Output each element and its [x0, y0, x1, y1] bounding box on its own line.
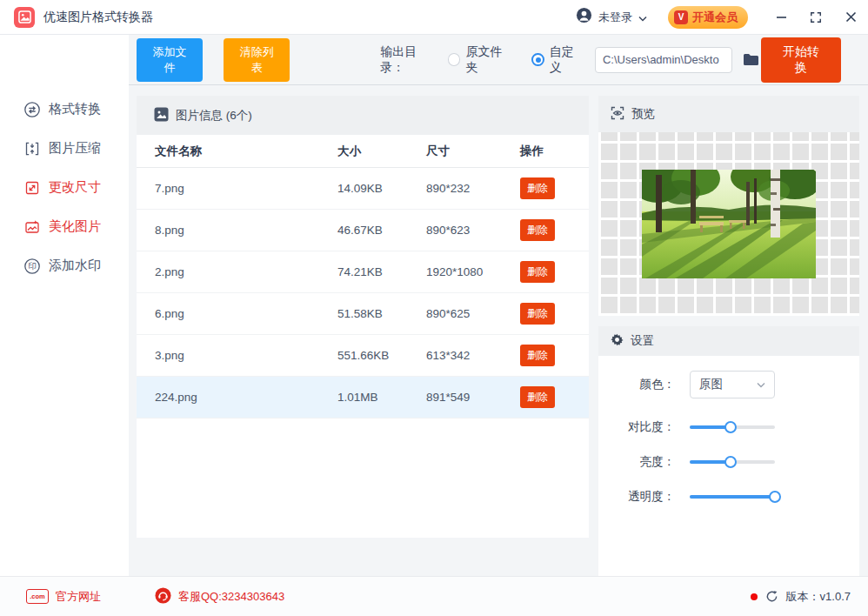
add-files-button[interactable]: 添加文件: [137, 38, 203, 82]
delete-button[interactable]: 删除: [520, 261, 555, 283]
slider-row-2: 亮度：: [598, 456, 859, 468]
preview-image: [642, 170, 816, 278]
vip-label: 开通会员: [692, 10, 738, 25]
file-size: 51.58KB: [337, 307, 426, 320]
slider-label: 对比度：: [598, 419, 675, 435]
slider-thumb[interactable]: [724, 421, 737, 433]
compress-icon: [23, 140, 41, 157]
delete-button[interactable]: 删除: [520, 219, 555, 241]
check-update-button[interactable]: [765, 590, 778, 603]
file-name: 3.png: [155, 349, 337, 362]
chevron-down-icon: [757, 382, 765, 388]
slider-label: 亮度：: [598, 454, 675, 470]
sidebar-item-1[interactable]: 格式转换: [0, 90, 129, 129]
sidebar-item-5[interactable]: 印添加水印: [0, 246, 129, 285]
minimize-button[interactable]: [764, 0, 798, 35]
beautify-icon: [23, 218, 41, 236]
preview-canvas: [598, 132, 859, 316]
watermark-icon: 印: [23, 258, 41, 275]
settings-body: 颜色： 原图 对比度：亮度：透明度：: [598, 356, 859, 576]
panel-gap: [598, 316, 859, 326]
toolbar: 添加文件 清除列表 输出目录： 原文件夹 自定义 开始转换: [129, 35, 868, 85]
sidebar-item-label: 更改尺寸: [49, 179, 101, 196]
radio-custom-folder[interactable]: 自定义: [531, 44, 584, 76]
output-path-input[interactable]: [595, 47, 732, 73]
close-button[interactable]: [833, 0, 868, 35]
table-row[interactable]: 224.png1.01MB891*549删除: [137, 377, 589, 418]
file-dimensions: 1920*1080: [426, 265, 520, 278]
slider-label: 透明度：: [598, 489, 675, 505]
file-list-header: 图片信息 (6个): [137, 96, 589, 135]
color-dropdown[interactable]: 原图: [690, 371, 775, 398]
preview-title: 预览: [631, 106, 655, 122]
sliders-container: 对比度：亮度：透明度：: [598, 421, 859, 503]
settings-title: 设置: [631, 333, 654, 349]
preview-eye-icon: [611, 106, 624, 123]
file-name: 6.png: [155, 307, 337, 320]
chevron-down-icon: [638, 10, 647, 25]
delete-button[interactable]: 删除: [520, 177, 555, 199]
avatar-icon: [576, 7, 592, 27]
table-header-row: 文件名称 大小 尺寸 操作: [137, 135, 589, 168]
slider-fill: [690, 495, 775, 499]
image-info-icon: [154, 107, 169, 124]
sidebar-item-label: 添加水印: [49, 258, 101, 274]
delete-button[interactable]: 删除: [520, 345, 555, 366]
color-label: 颜色：: [598, 377, 675, 392]
footer-bar: .com 官方网址 客服QQ:3234303643 版本：v1.0.7: [0, 576, 868, 616]
slider-row-1: 对比度：: [598, 421, 859, 433]
support-qq-link[interactable]: 客服QQ:3234303643: [155, 587, 284, 606]
table-row[interactable]: 2.png74.21KB1920*1080删除: [137, 251, 589, 293]
svg-text:印: 印: [28, 261, 37, 271]
output-dir-label: 输出目录：: [380, 44, 439, 76]
start-convert-button[interactable]: 开始转换: [761, 37, 841, 83]
radio-original-icon: [448, 53, 460, 66]
radio-custom-icon: [531, 53, 544, 66]
version-label: 版本：v1.0.7: [786, 589, 851, 605]
sidebar-item-label: 美化图片: [49, 218, 101, 235]
official-website-link[interactable]: .com 官方网址: [26, 589, 101, 605]
browse-folder-button[interactable]: [741, 51, 761, 68]
slider-control[interactable]: [690, 456, 775, 468]
delete-button[interactable]: 删除: [520, 386, 555, 408]
table-row[interactable]: 6.png51.58KB890*625删除: [137, 293, 589, 335]
vip-icon: V: [674, 10, 688, 24]
file-dimensions: 890*623: [426, 224, 520, 237]
slider-control[interactable]: [690, 491, 775, 503]
radio-original-folder[interactable]: 原文件夹: [448, 44, 512, 76]
app-window: { "window": { "title": "优速图片格式转换器", "log…: [0, 0, 868, 616]
file-size: 1.01MB: [337, 391, 426, 404]
clear-list-button[interactable]: 清除列表: [224, 38, 290, 82]
delete-button[interactable]: 删除: [520, 303, 555, 325]
app-title: 优速图片格式转换器: [43, 10, 153, 25]
right-panel: 预览: [598, 96, 859, 576]
table-row[interactable]: 7.png14.09KB890*232删除: [137, 168, 589, 210]
file-name: 2.png: [155, 265, 337, 278]
slider-control[interactable]: [690, 421, 775, 433]
sidebar-item-label: 格式转换: [49, 101, 101, 117]
color-value: 原图: [699, 377, 723, 392]
file-size: 551.66KB: [337, 349, 426, 362]
file-name: 224.png: [155, 391, 337, 404]
col-action: 操作: [520, 144, 589, 159]
format-convert-icon: [23, 101, 41, 118]
table-row[interactable]: 3.png551.66KB613*342删除: [137, 335, 589, 377]
maximize-button[interactable]: [798, 0, 833, 35]
file-table-body: 7.png14.09KB890*232删除8.png46.67KB890*623…: [137, 168, 589, 418]
user-menu[interactable]: 未登录: [576, 7, 647, 27]
title-bar: 优速图片格式转换器 未登录 V 开通会员: [0, 0, 868, 35]
sidebar-item-2[interactable]: 图片压缩: [0, 129, 129, 168]
slider-thumb[interactable]: [724, 456, 737, 468]
sidebar-item-4[interactable]: 美化图片: [0, 207, 129, 246]
file-list-title: 图片信息 (6个): [176, 108, 252, 124]
file-dimensions: 890*232: [426, 182, 520, 195]
sidebar-item-3[interactable]: 更改尺寸: [0, 168, 129, 207]
slider-thumb[interactable]: [769, 491, 781, 503]
table-row[interactable]: 8.png46.67KB890*623删除: [137, 210, 589, 251]
open-vip-button[interactable]: V 开通会员: [668, 6, 748, 29]
file-list-panel: 图片信息 (6个) 文件名称 大小 尺寸 操作 7.png14.09KB890*…: [137, 96, 589, 538]
resize-icon: [23, 179, 41, 197]
sidebar: 格式转换图片压缩更改尺寸美化图片印添加水印: [0, 35, 129, 576]
file-dimensions: 890*625: [426, 307, 520, 320]
login-status: 未登录: [598, 10, 632, 25]
